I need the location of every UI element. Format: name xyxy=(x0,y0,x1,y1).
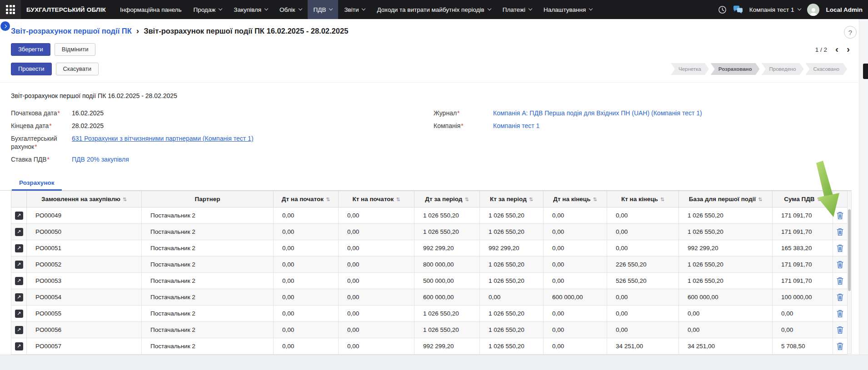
sort-icon[interactable]: ⇅ xyxy=(660,197,664,202)
nav-item-1[interactable]: Інформаційна панель xyxy=(114,0,187,19)
form-field: Ставка ПДВ*ПДВ 20% закупівля xyxy=(11,155,347,163)
delete-row-icon[interactable] xyxy=(837,326,843,334)
open-record-icon[interactable]: ↗ xyxy=(15,277,23,285)
table-cell: 0,00 xyxy=(274,273,339,289)
delete-row-icon[interactable] xyxy=(837,277,843,285)
nav-item-3[interactable]: Закупівля xyxy=(228,0,274,19)
table-row: ↗PO00057Постачальник 20,000,00992 299,20… xyxy=(11,338,848,355)
required-asterisk: * xyxy=(35,143,37,150)
delete-row-icon[interactable] xyxy=(837,212,843,219)
side-panel-handle[interactable] xyxy=(863,64,868,79)
delete-row-icon[interactable] xyxy=(837,342,843,350)
sort-icon[interactable]: ⇅ xyxy=(758,197,762,202)
chevron-down-icon xyxy=(298,7,302,10)
nav-item-4[interactable]: Облік xyxy=(274,0,307,19)
delete-row-icon[interactable] xyxy=(837,244,843,252)
field-label-text: Початкова дата xyxy=(11,109,57,117)
breadcrumb-parent-link[interactable]: Звіт-розрахунок першої події ПК xyxy=(11,27,132,35)
table-cell: 0,00 xyxy=(679,306,773,322)
post-button[interactable]: Провести xyxy=(11,63,52,75)
cancel-button[interactable]: Відмінити xyxy=(55,43,96,56)
column-header[interactable]: Дт на початок⇅ xyxy=(274,191,339,207)
row-delete-cell xyxy=(833,306,848,322)
field-value-link[interactable]: Компанія тест 1 xyxy=(493,122,539,129)
user-name: Local Admin xyxy=(826,6,863,13)
open-record-icon[interactable]: ↗ xyxy=(15,293,23,301)
column-header[interactable]: Сума ПДВ⇅ xyxy=(773,191,833,207)
field-value-link[interactable]: Компанія А: ПДВ Перша подія для Вхідних … xyxy=(493,109,702,117)
chevron-down-icon xyxy=(362,7,365,10)
form-field: Кінцева дата*28.02.2025 xyxy=(11,122,347,130)
table-cell: 0,00 xyxy=(339,224,414,240)
delete-row-icon[interactable] xyxy=(837,293,843,301)
column-header[interactable]: Кт за період⇅ xyxy=(480,191,544,207)
field-label-text: Компанія xyxy=(434,122,460,129)
table-cell: 992 299,20 xyxy=(480,240,544,257)
column-header[interactable]: Кт на початок⇅ xyxy=(339,191,414,207)
chat-icon[interactable] xyxy=(733,5,743,14)
open-record-icon[interactable]: ↗ xyxy=(15,326,23,334)
table-cell: Постачальник 2 xyxy=(142,224,274,240)
nav-item-8[interactable]: Платежі xyxy=(497,0,538,19)
sort-icon[interactable]: ⇅ xyxy=(529,197,533,202)
chevron-down-icon xyxy=(329,7,333,10)
nav-item-7[interactable]: Доходи та витрати майбутніх періодів xyxy=(371,0,496,19)
save-button[interactable]: Зберегти xyxy=(11,43,50,56)
table-cell: 1 026 550,20 xyxy=(414,322,480,338)
table-cell: 0,00 xyxy=(274,224,339,240)
scrollbar-thumb[interactable] xyxy=(848,209,851,291)
field-value-link[interactable]: ПДВ 20% закупівля xyxy=(72,156,129,163)
sort-icon[interactable]: ⇅ xyxy=(593,197,597,202)
column-header[interactable]: Дт за період⇅ xyxy=(414,191,480,207)
field-label-text: Ставка ПДВ xyxy=(11,156,47,163)
sort-icon[interactable]: ⇅ xyxy=(123,197,127,202)
sort-icon[interactable]: ⇅ xyxy=(326,197,330,202)
column-header[interactable]: Кт на кінець⇅ xyxy=(607,191,679,207)
open-record-icon[interactable]: ↗ xyxy=(15,261,23,269)
nav-item-2[interactable]: Продаж xyxy=(187,0,228,19)
form-field: Журнал*Компанія А: ПДВ Перша подія для В… xyxy=(434,109,752,117)
nav-item-6[interactable]: Звіти xyxy=(338,0,371,19)
sort-icon[interactable]: ⇅ xyxy=(464,197,469,202)
column-header[interactable]: Замовлення на закупівлю⇅ xyxy=(27,191,142,207)
apps-menu-button[interactable] xyxy=(0,0,21,19)
app-title: БУХГАЛТЕРСЬКИЙ ОБЛІК xyxy=(26,6,106,13)
help-button[interactable]: ? xyxy=(844,26,857,39)
field-label: Компанія* xyxy=(434,122,493,130)
tab-rozrakhunok[interactable]: Розрахунок xyxy=(12,175,62,191)
nav-item-5[interactable]: ПДВ xyxy=(308,0,339,19)
table-cell: 0,00 xyxy=(544,338,607,355)
table-scrollbar[interactable] xyxy=(847,191,852,354)
clock-icon[interactable] xyxy=(718,5,727,14)
open-record-icon[interactable]: ↗ xyxy=(15,310,23,318)
company-selector[interactable]: Компанія тест 1 xyxy=(749,6,801,13)
table-cell: 0,00 xyxy=(339,306,414,322)
field-value-link[interactable]: 631 Розрахунки з вітчизняними партнерами… xyxy=(72,135,254,142)
open-record-icon[interactable]: ↗ xyxy=(15,228,23,236)
void-button[interactable]: Скасувати xyxy=(56,63,99,75)
sort-icon[interactable]: ⇅ xyxy=(817,197,821,202)
pager-prev-icon[interactable]: ‹ xyxy=(835,44,838,55)
expand-sidebar-button[interactable] xyxy=(0,21,10,31)
table-cell: 0,00 xyxy=(544,306,607,322)
column-header[interactable]: База для першої події⇅ xyxy=(679,191,773,207)
delete-row-icon[interactable] xyxy=(837,228,843,236)
table-cell: 1 026 550,20 xyxy=(679,257,773,273)
chevron-right-icon xyxy=(3,24,6,28)
open-record-icon[interactable]: ↗ xyxy=(15,212,23,220)
avatar[interactable] xyxy=(807,4,819,16)
table-cell: 34 251,00 xyxy=(679,338,773,355)
table-cell: 0,00 xyxy=(480,289,544,306)
column-header[interactable]: Дт на кінець⇅ xyxy=(544,191,607,207)
open-record-icon[interactable]: ↗ xyxy=(15,342,23,350)
delete-row-icon[interactable] xyxy=(837,261,843,268)
field-label: Початкова дата* xyxy=(11,109,72,117)
sort-icon[interactable]: ⇅ xyxy=(396,197,400,202)
pager-next-icon[interactable]: › xyxy=(847,44,850,55)
nav-item-9[interactable]: Налаштування xyxy=(538,0,598,19)
delete-row-icon[interactable] xyxy=(837,310,843,317)
row-open-cell: ↗ xyxy=(11,306,27,322)
table-cell: 171 091,70 xyxy=(773,207,833,224)
table-cell: 1 026 550,20 xyxy=(679,207,773,224)
open-record-icon[interactable]: ↗ xyxy=(15,244,23,252)
